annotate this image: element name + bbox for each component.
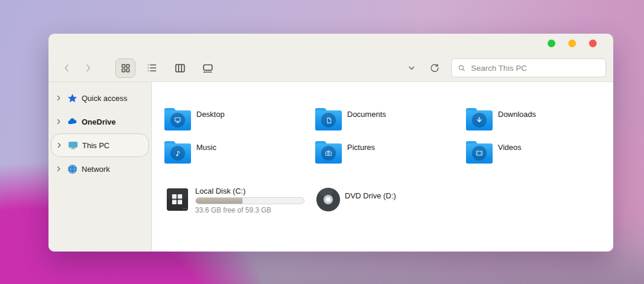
folder-name: Videos: [498, 143, 522, 152]
folder-name: Pictures: [347, 143, 375, 152]
refresh-icon: [429, 63, 440, 73]
grid-view-button[interactable]: [115, 58, 135, 78]
grid-view-icon: [119, 62, 132, 74]
drive-name: Local Disk (C:): [195, 187, 305, 195]
window-chrome: [48, 34, 613, 82]
folder-name: Desktop: [196, 110, 225, 119]
forward-button[interactable]: [82, 61, 95, 74]
toolbar: [48, 57, 613, 81]
refresh-button[interactable]: [428, 61, 441, 74]
drive-tile-dvd-d[interactable]: DVD Drive (D:): [315, 187, 466, 214]
pictures-folder-icon: [315, 141, 342, 164]
documents-folder-icon: [315, 107, 342, 130]
address-dropdown-button[interactable]: [405, 61, 418, 74]
sidebar-item-quick-access[interactable]: Quick access: [51, 86, 149, 110]
chevron-left-icon: [62, 63, 72, 73]
gallery-view-icon: [201, 61, 215, 75]
search-icon: [458, 64, 466, 73]
sidebar-item-label: This PC: [82, 141, 109, 150]
file-explorer-window: Quick access OneDrive: [48, 34, 613, 252]
chevron-right-icon: [83, 63, 93, 73]
back-button[interactable]: [60, 61, 73, 74]
sidebar-item-label: Quick access: [82, 94, 127, 103]
downloads-folder-icon: [466, 107, 493, 130]
folder-name: Documents: [347, 110, 386, 119]
folder-tile-desktop[interactable]: Desktop: [164, 107, 315, 141]
sidebar-item-this-pc[interactable]: This PC: [51, 133, 149, 157]
disk-free-caption: 33.6 GB free of 59.3 GB: [195, 206, 305, 214]
gallery-view-button[interactable]: [198, 58, 218, 78]
search-input[interactable]: [471, 64, 600, 73]
columns-view-button[interactable]: [170, 58, 190, 78]
sidebar-item-network[interactable]: Network: [51, 157, 149, 181]
minimize-light-green[interactable]: [548, 40, 555, 47]
folder-view: Desktop Documents: [152, 82, 613, 252]
sidebar: Quick access OneDrive: [48, 82, 152, 252]
chevron-right-icon[interactable]: [55, 165, 62, 172]
disk-usage-fill: [196, 198, 242, 204]
drive-tile-local-disk-c[interactable]: Local Disk (C:) 33.6 GB free of 59.3 GB: [164, 187, 315, 214]
hard-disk-icon: [164, 187, 190, 213]
videos-folder-icon: [466, 141, 493, 164]
window-controls: [548, 40, 597, 47]
chevron-down-icon: [407, 63, 416, 73]
desktop-folder-icon: [164, 107, 191, 130]
drive-name: DVD Drive (D:): [345, 191, 396, 200]
restore-light-yellow[interactable]: [568, 40, 576, 47]
chevron-right-icon[interactable]: [56, 142, 63, 149]
star-icon: [67, 93, 78, 104]
columns-view-icon: [173, 61, 187, 75]
monitor-icon: [67, 140, 79, 151]
folder-tile-videos[interactable]: Videos: [466, 141, 613, 174]
folder-tile-pictures[interactable]: Pictures: [315, 141, 466, 174]
folder-tile-downloads[interactable]: Downloads: [466, 107, 613, 141]
chevron-right-icon[interactable]: [55, 94, 62, 102]
disk-usage-bar: [195, 197, 305, 204]
search-box[interactable]: [451, 58, 606, 77]
folder-tile-music[interactable]: Music: [164, 141, 315, 174]
folder-name: Music: [196, 143, 216, 152]
dvd-disc-icon: [315, 187, 341, 213]
close-light-red[interactable]: [589, 40, 597, 47]
cloud-icon: [67, 116, 78, 128]
sidebar-item-label: Network: [82, 165, 110, 174]
list-view-icon: [145, 61, 158, 74]
sidebar-item-label: OneDrive: [82, 117, 116, 126]
list-view-button[interactable]: [142, 58, 162, 78]
chevron-right-icon[interactable]: [55, 118, 62, 125]
sidebar-item-onedrive[interactable]: OneDrive: [51, 110, 149, 133]
folder-tile-documents[interactable]: Documents: [315, 107, 466, 141]
globe-icon: [67, 164, 78, 175]
folder-name: Downloads: [498, 110, 536, 119]
music-folder-icon: [164, 141, 191, 164]
